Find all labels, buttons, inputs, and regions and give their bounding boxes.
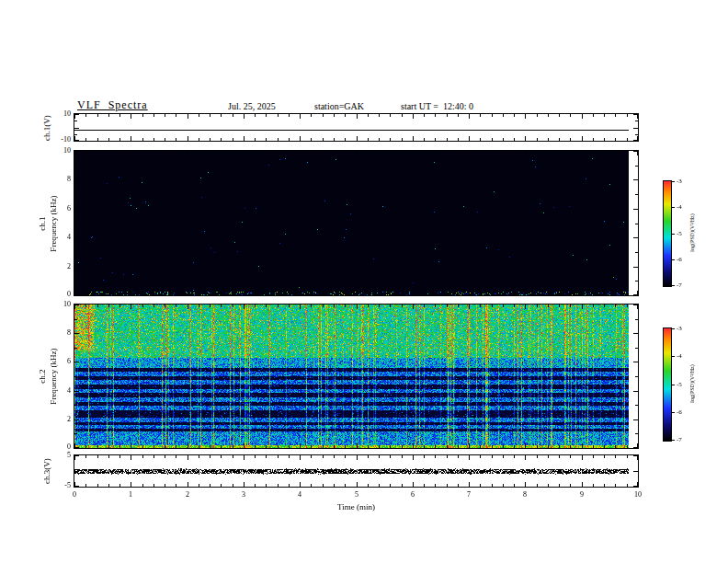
x-minor-tick <box>492 293 493 295</box>
x-major-tick <box>357 136 358 141</box>
x-minor-tick <box>255 484 256 487</box>
x-tick-label: 10 <box>624 490 652 500</box>
x-minor-tick <box>458 151 459 154</box>
x-minor-tick <box>548 484 549 487</box>
y-major-tick <box>74 237 79 238</box>
x-minor-tick <box>379 138 380 141</box>
x-minor-tick <box>142 151 143 154</box>
x-major-tick <box>131 291 131 295</box>
x-minor-tick <box>447 484 448 487</box>
x-minor-tick <box>334 445 335 448</box>
x-minor-tick <box>199 293 199 295</box>
x-major-tick <box>244 455 245 460</box>
y-major-tick <box>74 151 79 152</box>
x-minor-tick <box>154 114 154 117</box>
x-minor-tick <box>604 304 605 307</box>
x-minor-tick <box>199 304 199 307</box>
y-minor-tick <box>74 405 77 406</box>
x-major-tick <box>188 443 188 448</box>
x-major-tick <box>525 304 526 309</box>
x-minor-tick <box>97 293 98 295</box>
x-minor-tick <box>424 455 425 458</box>
y-minor-tick <box>635 405 638 406</box>
x-minor-tick <box>323 304 324 307</box>
y-minor-tick <box>635 281 638 282</box>
x-minor-tick <box>97 304 98 307</box>
x-minor-tick <box>154 138 154 141</box>
x-minor-tick <box>424 445 425 448</box>
x-major-tick <box>131 304 131 309</box>
x-major-tick <box>188 114 188 119</box>
x-major-tick <box>300 291 301 295</box>
x-minor-tick <box>447 151 448 154</box>
y-major-tick <box>74 267 79 268</box>
x-minor-tick <box>119 293 120 295</box>
x-minor-tick <box>402 114 403 117</box>
colorbar-tick-label: -4 <box>677 352 691 360</box>
x-minor-tick <box>233 445 233 448</box>
x-minor-tick <box>492 445 493 448</box>
y-minor-tick <box>635 433 638 434</box>
x-minor-tick <box>447 455 448 458</box>
x-minor-tick <box>345 151 346 154</box>
x-major-tick <box>131 443 131 448</box>
x-major-tick <box>357 443 358 448</box>
x-minor-tick <box>503 114 504 117</box>
x-minor-tick <box>221 138 222 141</box>
x-minor-tick <box>119 138 120 141</box>
x-minor-tick <box>85 445 86 448</box>
x-major-tick <box>131 151 131 155</box>
x-minor-tick <box>570 138 571 141</box>
x-major-tick <box>188 482 188 487</box>
x-minor-tick <box>435 445 436 448</box>
x-minor-tick <box>447 304 448 307</box>
x-minor-tick <box>559 293 560 295</box>
colorbar-tick-label: -5 <box>677 230 691 237</box>
x-minor-tick <box>424 484 425 487</box>
x-minor-tick <box>548 138 549 141</box>
x-minor-tick <box>503 484 504 487</box>
x-minor-tick <box>266 455 267 458</box>
y-minor-tick <box>74 194 77 195</box>
y-minor-tick <box>74 348 77 349</box>
x-minor-tick <box>548 293 549 295</box>
x-minor-tick <box>334 151 335 154</box>
x-minor-tick <box>593 455 594 458</box>
x-minor-tick <box>154 151 154 154</box>
x-minor-tick <box>233 455 233 458</box>
x-minor-tick <box>176 455 176 458</box>
x-minor-tick <box>368 304 369 307</box>
y-major-tick <box>633 486 638 487</box>
x-minor-tick <box>492 151 493 154</box>
x-major-tick <box>357 304 358 309</box>
colorbar-tick <box>672 181 675 182</box>
x-minor-tick <box>311 151 312 154</box>
x-minor-tick <box>390 114 391 117</box>
x-major-tick <box>244 304 245 309</box>
x-minor-tick <box>492 138 493 141</box>
x-major-tick <box>525 443 526 448</box>
x-minor-tick <box>458 455 459 458</box>
x-minor-tick <box>514 138 515 141</box>
y-minor-tick <box>635 194 638 195</box>
x-minor-tick <box>165 455 165 458</box>
x-minor-tick <box>570 293 571 295</box>
x-minor-tick <box>503 455 504 458</box>
x-minor-tick <box>221 455 222 458</box>
x-minor-tick <box>334 114 335 117</box>
x-minor-tick <box>108 151 109 154</box>
x-major-tick <box>357 114 358 119</box>
x-minor-tick <box>593 304 594 307</box>
x-tick-label: 3 <box>230 490 257 500</box>
x-minor-tick <box>119 484 120 487</box>
x-minor-tick <box>311 114 312 117</box>
x-major-tick <box>131 136 131 141</box>
x-minor-tick <box>119 114 120 117</box>
x-minor-tick <box>345 138 346 141</box>
x-major-tick <box>300 455 301 460</box>
x-minor-tick <box>390 293 391 295</box>
x-major-tick <box>582 114 583 119</box>
x-minor-tick <box>514 151 515 154</box>
x-minor-tick <box>210 445 210 448</box>
x-major-tick <box>244 136 245 141</box>
